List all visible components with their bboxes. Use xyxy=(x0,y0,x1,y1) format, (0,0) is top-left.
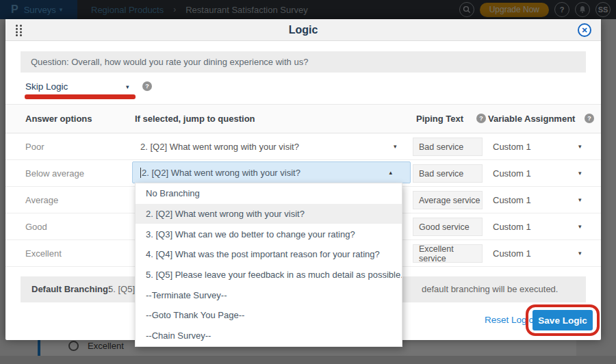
dropdown-option[interactable]: 3. [Q3] What can we do better to change … xyxy=(136,224,402,244)
answer-option-label: Average xyxy=(25,195,58,205)
modal-header: Logic ✕ xyxy=(5,19,601,41)
table-header-row: Answer options If selected, jump to ques… xyxy=(5,105,601,133)
jump-question-select[interactable]: 2. [Q2] What went wrong with your visit? xyxy=(140,142,380,152)
close-icon[interactable]: ✕ xyxy=(578,23,591,37)
jump-question-select-open[interactable]: 2. [Q2] What went wrong with your visit?… xyxy=(132,161,411,183)
answer-option-label: Excellent xyxy=(25,248,62,259)
variable-help-icon[interactable]: ? xyxy=(585,114,594,123)
piping-text-input[interactable]: Excellent service xyxy=(413,244,483,263)
question-context-bar: Question: Overall, how would you rate yo… xyxy=(21,51,586,73)
piping-text-input[interactable]: Bad service xyxy=(413,138,483,156)
dropdown-option[interactable]: --Terminate Survey-- xyxy=(136,285,402,305)
dropdown-option[interactable]: No Branching xyxy=(136,183,402,204)
variable-assignment-select[interactable]: Custom 1 xyxy=(493,222,531,232)
column-header-piping: Piping Text xyxy=(416,114,463,124)
drag-handle-icon[interactable] xyxy=(15,24,23,40)
dropdown-option-highlighted[interactable]: 2. [Q2] What went wrong with your visit? xyxy=(136,204,402,224)
chevron-down-icon[interactable]: ▾ xyxy=(578,196,582,203)
chevron-down-icon[interactable]: ▾ xyxy=(578,223,582,230)
modal-title: Logic xyxy=(289,24,318,36)
column-header-answer-options: Answer options xyxy=(25,114,92,124)
variable-assignment-select[interactable]: Custom 1 xyxy=(493,195,531,205)
chevron-up-icon: ▴ xyxy=(389,169,392,176)
variable-assignment-select[interactable]: Custom 1 xyxy=(493,168,531,179)
default-branching-note: default branching will be executed. xyxy=(422,284,558,294)
piping-text-input[interactable]: Average service xyxy=(413,191,483,209)
skip-logic-annotation-underline xyxy=(25,94,136,99)
logic-type-dropdown[interactable]: Skip Logic xyxy=(25,81,135,92)
answer-option-label: Below average xyxy=(25,168,84,179)
save-logic-button[interactable]: Save Logic xyxy=(532,310,593,330)
default-branching-value: 5. [Q5] xyxy=(108,284,135,294)
piping-help-icon[interactable]: ? xyxy=(476,114,486,123)
dropdown-option[interactable]: --Goto Thank You Page-- xyxy=(136,305,402,326)
default-branching-label: Default Branching: xyxy=(31,284,111,294)
piping-text-input[interactable]: Good service xyxy=(413,218,483,236)
chevron-down-icon[interactable]: ▾ xyxy=(578,250,582,257)
column-header-variable: Variable Assignment xyxy=(488,114,575,124)
chevron-down-icon[interactable]: ▾ xyxy=(578,143,582,150)
reset-logic-link[interactable]: Reset Logic xyxy=(485,315,533,325)
logic-type-help-icon[interactable]: ? xyxy=(142,81,152,91)
dropdown-option[interactable]: --Chain Survey-- xyxy=(136,326,402,346)
jump-question-dropdown-panel: No Branching 2. [Q2] What went wrong wit… xyxy=(135,183,402,347)
dropdown-option[interactable]: 5. [Q5] Please leave your feedback in as… xyxy=(136,265,402,285)
variable-assignment-select[interactable]: Custom 1 xyxy=(493,248,531,259)
variable-assignment-select[interactable]: Custom 1 xyxy=(493,142,531,152)
answer-option-label: Good xyxy=(25,222,47,232)
table-row: Poor 2. [Q2] What went wrong with your v… xyxy=(5,133,601,160)
column-header-jump: If selected, jump to question xyxy=(135,114,255,124)
chevron-down-icon[interactable]: ▾ xyxy=(394,143,397,150)
piping-text-input[interactable]: Bad service xyxy=(413,164,483,183)
text-cursor xyxy=(140,168,141,178)
answer-option-label: Poor xyxy=(25,142,44,152)
jump-question-select-value: 2. [Q2] What went wrong with your visit? xyxy=(142,168,300,178)
chevron-down-icon[interactable]: ▾ xyxy=(578,170,582,177)
chevron-down-icon[interactable]: ▾ xyxy=(126,83,129,90)
dropdown-option[interactable]: 4. [Q4] What was the post important reas… xyxy=(136,244,402,265)
